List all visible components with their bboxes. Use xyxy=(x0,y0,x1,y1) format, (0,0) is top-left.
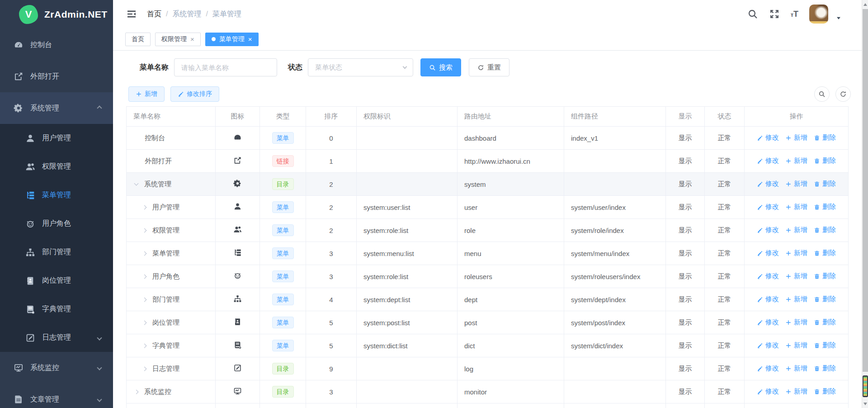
tree-expand-icon[interactable] xyxy=(134,389,139,394)
row-add-button[interactable]: 新增 xyxy=(785,133,807,142)
sidebar-item[interactable]: 控制台 xyxy=(0,29,113,61)
row-add-button[interactable]: 新增 xyxy=(785,272,807,280)
sidebar-item[interactable]: 菜单管理 xyxy=(0,181,113,209)
edit-icon xyxy=(757,273,763,280)
sidebar-item[interactable]: 日志管理 xyxy=(0,323,113,352)
row-edit-button[interactable]: 修改 xyxy=(757,387,779,396)
row-delete-button[interactable]: 删除 xyxy=(814,387,836,396)
sidebar: V ZrAdmin.NET 控制台外部打开系统管理用户管理权限管理菜单管理用户角… xyxy=(0,0,113,408)
tree-expand-icon[interactable] xyxy=(134,181,139,186)
fullscreen-icon[interactable] xyxy=(769,9,780,19)
view-tab[interactable]: 权限管理× xyxy=(155,33,201,46)
sidebar-item[interactable]: 系统管理 xyxy=(0,92,113,124)
edit-icon xyxy=(757,158,763,164)
row-delete-button[interactable]: 删除 xyxy=(814,226,836,234)
view-tab[interactable]: 首页 xyxy=(125,33,151,46)
row-add-button[interactable]: 新增 xyxy=(785,318,807,327)
row-edit-button[interactable]: 修改 xyxy=(757,226,779,234)
row-delete-button[interactable]: 删除 xyxy=(814,364,836,373)
visible-value: 显示 xyxy=(666,150,705,173)
breadcrumb-item[interactable]: 首页 xyxy=(147,9,161,19)
status-select[interactable]: 菜单状态 xyxy=(308,58,413,76)
row-add-button[interactable]: 新增 xyxy=(785,387,807,396)
add-menu-button[interactable]: 新增 xyxy=(128,86,165,102)
row-delete-button[interactable]: 删除 xyxy=(814,295,836,304)
breadcrumb-item[interactable]: 菜单管理 xyxy=(212,9,241,19)
tree-expand-icon[interactable] xyxy=(142,297,147,302)
refresh-table-button[interactable] xyxy=(835,86,851,102)
sidebar-item-label: 用户管理 xyxy=(42,133,71,143)
row-edit-button[interactable]: 修改 xyxy=(757,249,779,257)
row-add-button[interactable]: 新增 xyxy=(785,180,807,188)
permission-value: system:role:list xyxy=(357,265,458,288)
sidebar-item[interactable]: 用户角色 xyxy=(0,209,113,238)
tree-expand-icon[interactable] xyxy=(142,343,147,348)
avatar-caret-down-icon[interactable] xyxy=(835,15,842,21)
row-delete-button[interactable]: 删除 xyxy=(814,272,836,280)
row-add-button[interactable]: 新增 xyxy=(785,203,807,211)
sidebar-item[interactable]: 系统监控 xyxy=(0,352,113,384)
dict-icon xyxy=(233,341,242,349)
row-delete-button[interactable]: 删除 xyxy=(814,157,836,165)
breadcrumb-item[interactable]: 系统管理 xyxy=(172,9,201,19)
tree-expand-icon[interactable] xyxy=(142,251,147,256)
sidebar-item[interactable]: 部门管理 xyxy=(0,238,113,266)
scroll-down-arrow-icon[interactable] xyxy=(863,403,867,405)
menu-name-input[interactable] xyxy=(174,58,277,76)
tree-expand-icon[interactable] xyxy=(142,228,147,232)
page-scrollbar[interactable] xyxy=(862,0,868,408)
external-link-icon xyxy=(14,71,24,81)
search-button[interactable]: 搜索 xyxy=(420,58,461,76)
row-delete-button[interactable]: 删除 xyxy=(814,249,836,257)
tree-expand-icon[interactable] xyxy=(142,320,147,325)
tab-close-icon[interactable]: × xyxy=(248,36,252,43)
sidebar-item[interactable]: 权限管理 xyxy=(0,152,113,181)
tree-expand-icon[interactable] xyxy=(142,274,147,279)
row-edit-button[interactable]: 修改 xyxy=(757,295,779,304)
column-header: 图标 xyxy=(216,107,260,127)
row-delete-button[interactable]: 删除 xyxy=(814,203,836,211)
font-size-icon[interactable]: тT xyxy=(791,9,798,19)
row-edit-button[interactable]: 修改 xyxy=(757,364,779,373)
tab-label: 菜单管理 xyxy=(219,35,245,43)
user-icon xyxy=(25,133,35,143)
user-avatar[interactable] xyxy=(809,5,828,24)
row-add-button[interactable]: 新增 xyxy=(785,157,807,165)
row-delete-button[interactable]: 删除 xyxy=(814,180,836,188)
scrollbar-thumb[interactable] xyxy=(863,9,868,372)
sidebar-item[interactable]: 字典管理 xyxy=(0,295,113,323)
row-edit-button[interactable]: 修改 xyxy=(757,341,779,350)
status-value: 正常 xyxy=(705,311,745,334)
row-edit-button[interactable]: 修改 xyxy=(757,318,779,327)
view-tab[interactable]: 菜单管理× xyxy=(205,33,259,46)
sidebar-item[interactable]: 文章管理 xyxy=(0,384,113,408)
row-delete-button[interactable]: 删除 xyxy=(814,133,836,142)
row-add-button[interactable]: 新增 xyxy=(785,226,807,234)
row-edit-button[interactable]: 修改 xyxy=(757,272,779,280)
row-edit-button[interactable]: 修改 xyxy=(757,203,779,211)
edit-sort-button[interactable]: 修改排序 xyxy=(170,86,219,102)
sidebar-fold-icon[interactable] xyxy=(126,9,137,19)
row-add-button[interactable]: 新增 xyxy=(785,249,807,257)
tab-close-icon[interactable]: × xyxy=(190,36,194,43)
row-edit-button[interactable]: 修改 xyxy=(757,180,779,188)
row-add-button[interactable]: 新增 xyxy=(785,295,807,304)
app-logo[interactable]: V ZrAdmin.NET xyxy=(0,0,113,29)
header-search-icon[interactable] xyxy=(747,9,758,19)
tree-expand-icon[interactable] xyxy=(142,366,147,371)
row-delete-button[interactable]: 删除 xyxy=(814,341,836,350)
row-delete-button[interactable]: 删除 xyxy=(814,318,836,327)
reset-button[interactable]: 重置 xyxy=(469,58,509,76)
row-add-button[interactable]: 新增 xyxy=(785,341,807,350)
sidebar-item[interactable]: 用户管理 xyxy=(0,124,113,152)
show-search-button[interactable] xyxy=(814,86,830,102)
sidebar-item[interactable]: 外部打开 xyxy=(0,61,113,92)
menu-name: 权限管理 xyxy=(152,226,179,235)
sidebar-item[interactable]: 岗位管理 xyxy=(0,266,113,295)
tree-expand-icon[interactable] xyxy=(142,205,147,209)
row-edit-button[interactable]: 修改 xyxy=(757,133,779,142)
scroll-up-arrow-icon[interactable] xyxy=(863,3,867,6)
row-add-button[interactable]: 新增 xyxy=(785,364,807,373)
row-edit-button[interactable]: 修改 xyxy=(757,157,779,165)
table-row: 控制台菜单0dashboardindex_v1显示正常修改新增删除 xyxy=(127,127,849,150)
